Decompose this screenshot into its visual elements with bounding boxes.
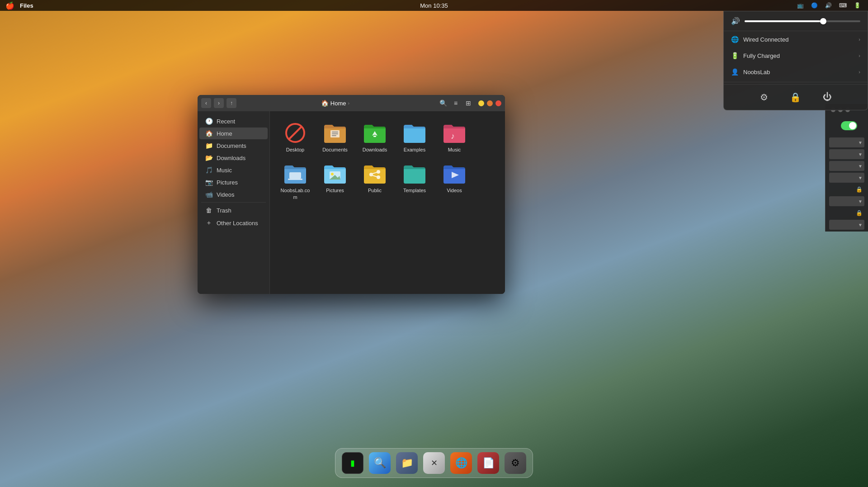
file-item-public[interactable]: Public bbox=[357, 159, 393, 203]
svg-rect-3 bbox=[332, 132, 338, 132]
sidebar-item-pictures[interactable]: 📷 Pictures bbox=[199, 176, 268, 188]
file-item-desktop[interactable]: Desktop bbox=[277, 118, 313, 156]
minimize-button[interactable] bbox=[478, 100, 484, 106]
dock-item-terminal[interactable]: ▮ bbox=[341, 451, 364, 475]
noobslab-left: 👤 NoobsLab bbox=[731, 68, 770, 76]
file-item-noobslab[interactable]: NoobsLab.com bbox=[277, 159, 313, 203]
music-icon: 🎵 bbox=[205, 166, 213, 174]
dropdown-arrow-4: ▼ bbox=[858, 175, 863, 180]
videos-label: Videos bbox=[447, 187, 462, 194]
templates-icon-wrap bbox=[403, 162, 426, 185]
finder-icon: 🔍 bbox=[374, 457, 386, 469]
dropdown-arrow-1: ▼ bbox=[858, 140, 863, 145]
home-label: Home bbox=[217, 130, 232, 137]
downloads-icon-wrap bbox=[363, 121, 387, 145]
dropdown-row-6[interactable]: ▼ bbox=[829, 220, 864, 230]
firefox-icon: 🌐 bbox=[455, 457, 467, 469]
volume-icon[interactable]: 🔊 bbox=[823, 1, 834, 9]
location-arrow: › bbox=[348, 100, 350, 106]
music-icon-wrap: ♪ bbox=[443, 121, 466, 145]
file-item-pictures[interactable]: Pictures bbox=[317, 159, 353, 203]
sidebar-item-videos[interactable]: 📹 Videos bbox=[199, 189, 268, 200]
search-button[interactable]: 🔍 bbox=[438, 98, 448, 109]
dropdown-row-5[interactable]: ▼ bbox=[829, 196, 864, 206]
sidebar-item-recent[interactable]: 🕐 Recent bbox=[199, 115, 268, 127]
dock-item-tools[interactable]: ⚙ bbox=[504, 451, 527, 475]
dropdown-arrow-5: ▼ bbox=[858, 199, 863, 204]
maximize-button[interactable] bbox=[487, 100, 493, 106]
sys-divider-1 bbox=[724, 82, 868, 82]
volume-slider[interactable] bbox=[745, 20, 860, 22]
sidebar-item-home[interactable]: 🏠 Home bbox=[199, 128, 268, 139]
fm-toolbar-icons: 🔍 ≡ ⊞ bbox=[438, 98, 474, 109]
noobslab-label: NoobsLab.com bbox=[279, 187, 311, 200]
topbar-left: 🍎 Files bbox=[5, 1, 33, 10]
sidebar-item-other-locations[interactable]: ＋ Other Locations bbox=[199, 217, 268, 229]
dock-item-files[interactable]: 📁 bbox=[395, 451, 419, 475]
documents-icon: 📁 bbox=[205, 142, 213, 149]
videos-icon: 📹 bbox=[205, 191, 213, 198]
toggle-switch[interactable] bbox=[841, 121, 857, 130]
screen-icon[interactable]: 📺 bbox=[795, 1, 806, 9]
volume-knob[interactable] bbox=[820, 18, 826, 24]
svg-text:♪: ♪ bbox=[451, 132, 455, 141]
sidebar-item-downloads[interactable]: 📂 Downloads bbox=[199, 152, 268, 164]
dock-item-clock[interactable]: ✕ bbox=[422, 451, 446, 475]
file-item-templates[interactable]: Templates bbox=[396, 159, 433, 203]
file-manager-location: 🏠 Home › bbox=[239, 99, 431, 107]
power-indicator[interactable]: 🔋 bbox=[852, 1, 863, 9]
dock-item-filenew[interactable]: 📄 bbox=[476, 451, 500, 475]
noobslab-label: NoobsLab bbox=[743, 69, 770, 76]
wired-arrow-icon: › bbox=[859, 37, 860, 42]
bluetooth-icon[interactable]: 🔵 bbox=[809, 1, 820, 9]
svg-point-12 bbox=[331, 173, 334, 175]
templates-label: Templates bbox=[403, 187, 426, 194]
other-locations-label: Other Locations bbox=[217, 220, 258, 227]
fully-charged-left: 🔋 Fully Charged bbox=[731, 52, 780, 59]
file-item-music[interactable]: ♪ Music bbox=[436, 118, 472, 156]
desktop-icon-wrap bbox=[283, 121, 307, 145]
file-manager-content: Desktop D bbox=[270, 111, 505, 294]
sidebar-item-music[interactable]: 🎵 Music bbox=[199, 164, 268, 176]
recent-icon: 🕐 bbox=[205, 118, 213, 125]
battery-arrow-icon: › bbox=[859, 53, 860, 58]
topbar: 🍎 Files Mon 10:35 📺 🔵 🔊 ⌨ 🔋 bbox=[0, 0, 868, 11]
file-item-videos[interactable]: Videos bbox=[436, 159, 472, 203]
sidebar-item-trash[interactable]: 🗑 Trash bbox=[199, 204, 268, 216]
keyboard-icon[interactable]: ⌨ bbox=[837, 1, 849, 9]
dropdown-row-2[interactable]: ▼ bbox=[829, 149, 864, 159]
nav-up-button[interactable]: ↑ bbox=[226, 98, 236, 108]
dropdown-row-1[interactable]: ▼ bbox=[829, 137, 864, 147]
settings-action-button[interactable]: ⚙ bbox=[756, 90, 772, 104]
svg-point-16 bbox=[377, 175, 380, 179]
pictures-icon-wrap bbox=[323, 162, 347, 185]
volume-row: 🔊 bbox=[724, 11, 868, 31]
dropdown-row-4[interactable]: ▼ bbox=[829, 173, 864, 183]
nav-back-button[interactable]: ‹ bbox=[201, 98, 211, 108]
file-item-documents[interactable]: Documents bbox=[317, 118, 353, 156]
trash-label: Trash bbox=[217, 207, 231, 214]
public-label: Public bbox=[368, 187, 382, 194]
grid-view-button[interactable]: ⊞ bbox=[463, 98, 474, 109]
window-controls bbox=[478, 100, 501, 106]
nav-forward-button[interactable]: › bbox=[214, 98, 224, 108]
fully-charged-item[interactable]: 🔋 Fully Charged › bbox=[724, 47, 868, 64]
dock-item-finder[interactable]: 🔍 bbox=[368, 451, 392, 475]
home-icon-breadcrumb: 🏠 bbox=[321, 99, 329, 107]
dock-item-firefox[interactable]: 🌐 bbox=[449, 451, 473, 475]
dropdown-arrow-3: ▼ bbox=[858, 164, 863, 169]
noobslab-folder-svg bbox=[283, 164, 307, 184]
noobslab-item[interactable]: 👤 NoobsLab › bbox=[724, 64, 868, 80]
file-item-examples[interactable]: Examples bbox=[396, 118, 433, 156]
public-icon-wrap bbox=[363, 162, 387, 185]
lock-action-button[interactable]: 🔒 bbox=[786, 90, 805, 104]
file-item-downloads[interactable]: Downloads bbox=[357, 118, 393, 156]
wired-connected-item[interactable]: 🌐 Wired Connected › bbox=[724, 31, 868, 47]
dropdown-row-3[interactable]: ▼ bbox=[829, 161, 864, 171]
documents-label: Documents bbox=[217, 142, 246, 149]
apple-logo[interactable]: 🍎 bbox=[5, 1, 14, 10]
list-view-button[interactable]: ≡ bbox=[450, 98, 461, 109]
sidebar-item-documents[interactable]: 📁 Documents bbox=[199, 140, 268, 151]
close-button[interactable] bbox=[495, 100, 501, 106]
power-action-button[interactable]: ⏻ bbox=[819, 90, 835, 104]
